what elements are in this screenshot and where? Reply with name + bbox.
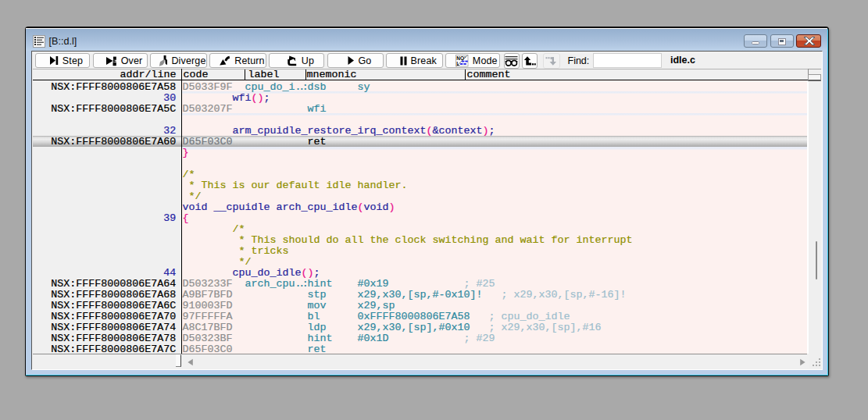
- svg-text:L: L: [456, 60, 459, 66]
